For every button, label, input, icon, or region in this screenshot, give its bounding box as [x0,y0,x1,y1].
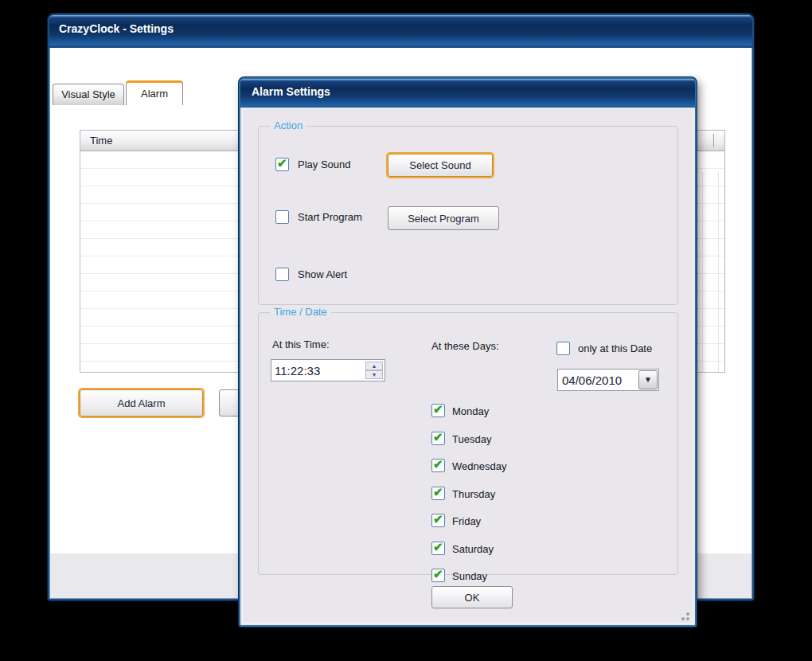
play-sound-checkbox[interactable]: ✔ [275,158,289,171]
thursday-checkbox[interactable]: ✔ [431,487,445,500]
time-input[interactable] [275,361,362,380]
settings-window-titlebar[interactable]: CrazyClock - Settings [49,15,752,48]
show-alert-checkbox[interactable] [275,268,289,281]
date-input[interactable] [562,370,635,389]
thursday-label: Thursday [452,488,495,500]
spinner-down-icon[interactable]: ▼ [365,370,383,379]
wednesday-label: Wednesday [452,460,506,472]
spinner-up-icon[interactable]: ▲ [365,362,383,370]
monday-checkbox[interactable]: ✔ [431,404,445,417]
check-icon: ✔ [433,540,443,554]
start-program-label: Start Program [298,211,362,223]
settings-window-title: CrazyClock - Settings [59,22,174,35]
start-program-checkbox[interactable] [275,210,289,224]
only-at-this-date-label: only at this Date [578,342,652,354]
alarm-settings-titlebar[interactable]: Alarm Settings [240,79,695,108]
column-line [702,172,703,372]
resize-grip-icon[interactable] [678,609,689,620]
check-icon: ✔ [433,457,443,471]
at-this-time-label: At this Time: [272,338,330,350]
saturday-checkbox[interactable]: ✔ [431,542,445,555]
alarm-settings-content: Action ✔ Play Sound Select Sound Start P… [242,108,693,624]
sunday-checkbox[interactable]: ✔ [431,569,445,582]
add-alarm-button[interactable]: Add Alarm [80,389,203,417]
time-column-header: Time [90,135,112,147]
show-alert-label: Show Alert [298,268,347,280]
time-field: ▲ ▼ [271,359,385,381]
time-spinner: ▲ ▼ [365,362,383,379]
action-group-label: Action [270,119,306,131]
play-sound-label: Play Sound [298,158,351,170]
ok-button[interactable]: OK [431,586,513,608]
tuesday-label: Tuesday [452,433,491,445]
chevron-down-icon[interactable]: ▼ [638,370,658,389]
select-sound-button[interactable]: Select Sound [388,154,493,177]
check-icon: ✔ [277,156,287,170]
column-divider[interactable] [713,134,714,147]
select-program-button[interactable]: Select Program [388,206,499,230]
time-date-group-label: Time / Date [270,306,331,318]
saturday-label: Saturday [452,543,494,555]
wednesday-checkbox[interactable]: ✔ [431,459,445,472]
date-combobox: ▼ [557,369,659,391]
column-line [718,172,719,372]
check-icon: ✔ [433,402,443,417]
at-these-days-label: At these Days: [431,340,499,352]
friday-label: Friday [452,515,481,527]
sunday-label: Sunday [452,570,487,582]
check-icon: ✔ [433,567,443,581]
alarm-settings-title: Alarm Settings [252,85,330,98]
tab-alarm[interactable]: Alarm [126,80,183,105]
check-icon: ✔ [433,512,443,526]
check-icon: ✔ [433,430,443,444]
alarm-settings-dialog: Alarm Settings Action ✔ Play Sound Selec… [239,77,697,627]
check-icon: ✔ [433,485,443,499]
monday-label: Monday [452,405,489,417]
only-at-this-date-checkbox[interactable] [556,342,570,355]
tuesday-checkbox[interactable]: ✔ [431,432,445,445]
desktop-background: CrazyClock - Settings Visual Style Alarm… [0,0,812,661]
tab-visual-style[interactable]: Visual Style [53,84,124,105]
friday-checkbox[interactable]: ✔ [431,514,445,527]
